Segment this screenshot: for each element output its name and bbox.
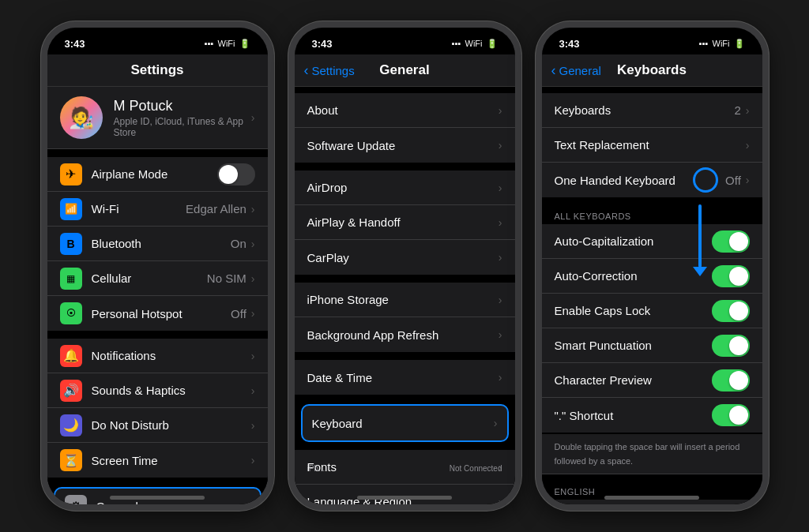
status-icons-1: ▪▪▪ WiFi 🔋: [205, 39, 250, 49]
row-dnd[interactable]: 🌙 Do Not Disturb ›: [47, 408, 268, 443]
nav-title-1: Settings: [130, 62, 183, 78]
row-airplane[interactable]: ✈ Airplane Mode: [47, 157, 268, 192]
back-label-2: Settings: [312, 64, 355, 77]
row-label-bluetooth: Bluetooth: [92, 237, 231, 250]
screen-1: Settings 🧑‍🎨 M Potuck Apple ID, iCloud, …: [47, 54, 268, 504]
row-one-handed[interactable]: One Handed Keyboard Off ›: [542, 163, 762, 197]
row-wifi[interactable]: 📶 Wi-Fi Edgar Allen ›: [47, 192, 268, 227]
row-char-preview[interactable]: Character Preview: [542, 363, 762, 398]
row-label-airplane: Airplane Mode: [92, 167, 217, 181]
row-iphone-storage[interactable]: iPhone Storage ›: [295, 283, 515, 317]
row-label-char-preview: Character Preview: [555, 373, 712, 387]
row-label-shortcut: "." Shortcut: [555, 409, 712, 422]
row-label-sounds: Sounds & Haptics: [92, 384, 251, 397]
row-about[interactable]: About ›: [295, 93, 515, 128]
keyboards-count-chevron: ›: [746, 104, 750, 117]
hotspot-icon: ⦿: [60, 302, 82, 324]
row-label-datetime: Date & Time: [307, 371, 499, 384]
all-keyboards-label: ALL KEYBOARDS: [542, 205, 762, 224]
row-label-about: About: [307, 103, 499, 117]
section-connectivity: ✈ Airplane Mode 📶 Wi-Fi Edgar Allen › B …: [47, 157, 268, 331]
toggle-smart-punct[interactable]: [712, 335, 750, 357]
toggle-caps-lock[interactable]: [712, 300, 750, 322]
row-label-keyboard: Keyboard: [312, 417, 494, 430]
row-label-wifi: Wi-Fi: [92, 202, 186, 215]
row-notifications[interactable]: 🔔 Notifications ›: [47, 339, 268, 373]
row-screentime[interactable]: ⏳ Screen Time ›: [47, 443, 268, 478]
notifications-icon: 🔔: [60, 345, 82, 367]
wifi-status-icon: WiFi: [218, 39, 235, 48]
row-software[interactable]: Software Update ›: [295, 128, 515, 163]
row-airplay[interactable]: AirPlay & Handoff ›: [295, 205, 515, 240]
avatar: 🧑‍🎨: [60, 96, 103, 139]
row-cellular[interactable]: ▦ Cellular No SIM ›: [47, 261, 268, 296]
profile-chevron: ›: [251, 111, 255, 124]
row-shortcut[interactable]: "." Shortcut: [542, 398, 762, 433]
toggle-char-preview[interactable]: [712, 369, 750, 392]
row-auto-cap[interactable]: Auto-Capitalization: [542, 224, 762, 259]
toggle-shortcut[interactable]: [712, 404, 750, 426]
cellular-icon: ▦: [60, 268, 82, 290]
row-value-wifi: Edgar Allen: [186, 202, 246, 215]
airplane-toggle[interactable]: [217, 163, 255, 185]
bg-chevron: ›: [499, 328, 502, 341]
row-value-cellular: No SIM: [207, 272, 246, 285]
row-label-notifications: Notifications: [92, 349, 251, 362]
highlighted-keyboard: Keyboard ›: [301, 404, 509, 442]
row-auto-correct[interactable]: Auto-Correction: [542, 259, 762, 294]
row-label-caps-lock: Enable Caps Lock: [555, 304, 712, 317]
row-hotspot[interactable]: ⦿ Personal Hotspot Off ›: [47, 296, 268, 331]
row-keyboards-count[interactable]: Keyboards 2 ›: [542, 93, 762, 128]
nav-back-3[interactable]: ‹ General: [551, 62, 601, 79]
row-label-smart-punct: Smart Punctuation: [555, 339, 712, 352]
gap-1: [47, 151, 268, 157]
row-caps-lock[interactable]: Enable Caps Lock: [542, 294, 762, 328]
bottom-status-right: Not Connected: [450, 464, 502, 473]
home-indicator-2: [357, 496, 452, 500]
screen-2: ‹ Settings General About › Software Upda…: [295, 54, 515, 504]
row-label-cellular: Cellular: [92, 272, 207, 285]
bottom-status-left: iPh...: [307, 464, 325, 473]
profile-row[interactable]: 🧑‍🎨 M Potuck Apple ID, iCloud, iTunes & …: [47, 87, 268, 149]
nav-bar-2: ‹ Settings General: [295, 54, 515, 87]
sounds-icon: 🔊: [60, 380, 82, 402]
row-airdrop[interactable]: AirDrop ›: [295, 170, 515, 205]
row-smart-punct[interactable]: Smart Punctuation: [542, 328, 762, 363]
row-datetime[interactable]: Date & Time ›: [295, 360, 515, 395]
nav-bar-1: Settings: [47, 54, 268, 87]
row-value-one-handed: Off: [725, 174, 741, 187]
row-carplay[interactable]: CarPlay ›: [295, 240, 515, 275]
row-sounds[interactable]: 🔊 Sounds & Haptics ›: [47, 373, 268, 408]
row-bluetooth[interactable]: B Bluetooth On ›: [47, 227, 268, 261]
gap-p3-3: [542, 474, 762, 481]
dnd-icon: 🌙: [60, 414, 82, 436]
toggle-auto-cap[interactable]: [712, 230, 750, 253]
toggle-auto-correct[interactable]: [712, 265, 750, 287]
notch-1: [106, 28, 209, 48]
hotspot-chevron: ›: [251, 307, 255, 320]
iphone-2: 3:43 ▪▪▪ WiFi 🔋 ‹ Settings General About…: [288, 21, 521, 511]
row-check-spelling[interactable]: Check Spelling: [542, 500, 762, 504]
gap-p2-5: [295, 396, 515, 403]
status-time-2: 3:43: [312, 38, 333, 50]
airplane-icon: ✈: [60, 163, 82, 185]
nav-bar-3: ‹ General Keyboards: [542, 54, 762, 87]
bluetooth-icon: B: [60, 233, 82, 255]
row-text-replacement[interactable]: Text Replacement ›: [542, 128, 762, 163]
row-language[interactable]: Language & Region ›: [295, 485, 515, 504]
row-label-airdrop: AirDrop: [307, 181, 499, 194]
shortcut-note-container: Double tapping the space bar will insert…: [542, 434, 762, 474]
carplay-chevron: ›: [499, 251, 502, 264]
blue-arrow-annotation: [693, 204, 707, 276]
general-chevron: ›: [246, 500, 250, 504]
status-icons-2: ▪▪▪ WiFi 🔋: [452, 39, 498, 49]
screentime-chevron: ›: [251, 454, 255, 466]
status-time-1: 3:43: [65, 38, 85, 50]
row-bg-refresh[interactable]: Background App Refresh ›: [295, 317, 515, 352]
storage-chevron: ›: [499, 294, 502, 306]
iphone-1: 3:43 ▪▪▪ WiFi 🔋 Settings 🧑‍🎨 M Potuck Ap…: [41, 21, 274, 511]
nav-back-2[interactable]: ‹ Settings: [304, 62, 355, 79]
row-keyboard[interactable]: Keyboard ›: [303, 406, 507, 440]
gap-2: [47, 332, 268, 339]
general-icon: ⚙: [65, 495, 87, 504]
